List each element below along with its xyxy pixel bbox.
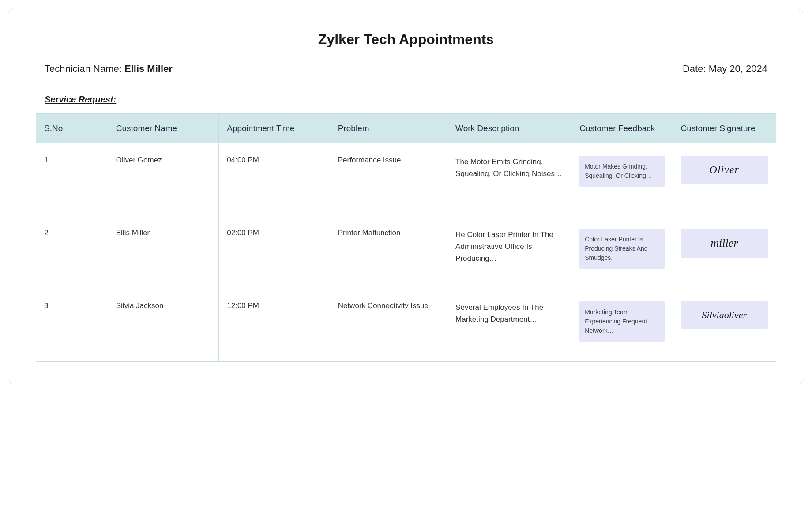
header-row: Technician Name: Ellis Miller Date: May … [36, 63, 776, 75]
table-header-row: S.No Customer Name Appointment Time Prob… [36, 114, 776, 143]
feedback-box: Color Laser Printer Is Producing Streaks… [579, 229, 664, 269]
table-row: 3 Silvia Jackson 12:00 PM Network Connec… [36, 289, 776, 362]
cell-work-description: The Motor Emits Grinding, Squealing, Or … [447, 143, 571, 216]
cell-customer-feedback: Motor Makes Grinding, Squealing, Or Clic… [571, 143, 673, 216]
technician-name: Ellis Miller [124, 63, 173, 74]
table-row: 1 Oliver Gomez 04:00 PM Performance Issu… [36, 143, 776, 216]
feedback-box: Marketing Team Experiencing Frequent Net… [579, 301, 664, 342]
signature-box: miller [681, 229, 768, 258]
page-title: Zylker Tech Appointments [36, 31, 776, 48]
column-header-customer-feedback: Customer Feedback [571, 114, 673, 143]
cell-customer-signature: miller [673, 216, 776, 289]
cell-appointment-time: 04:00 PM [219, 143, 330, 216]
technician-label: Technician Name: [45, 63, 124, 74]
feedback-box: Motor Makes Grinding, Squealing, Or Clic… [579, 156, 664, 187]
column-header-problem: Problem [330, 114, 447, 143]
cell-appointment-time: 02:00 PM [219, 216, 330, 289]
date-label: Date: [683, 63, 709, 74]
column-header-customer-signature: Customer Signature [673, 114, 776, 143]
service-request-table: S.No Customer Name Appointment Time Prob… [36, 113, 776, 362]
cell-customer-signature: Silviaoliver [673, 289, 776, 362]
cell-sno: 1 [36, 143, 108, 216]
column-header-work-description: Work Description [447, 114, 571, 143]
cell-sno: 3 [36, 289, 108, 362]
cell-work-description: Several Employees In The Marketing Depar… [447, 289, 571, 362]
cell-work-description: He Color Laser Printer In The Administra… [447, 216, 571, 289]
cell-problem: Network Connectivity Issue [330, 289, 447, 362]
signature-box: Oliver [681, 156, 768, 184]
section-heading: Service Request: [36, 94, 776, 105]
signature-text: Silviaoliver [702, 309, 747, 321]
column-header-customer-name: Customer Name [108, 114, 219, 143]
table-row: 2 Ellis Miller 02:00 PM Printer Malfunct… [36, 216, 776, 289]
cell-customer-feedback: Color Laser Printer Is Producing Streaks… [571, 216, 673, 289]
technician-info: Technician Name: Ellis Miller [45, 63, 173, 75]
column-header-sno: S.No [36, 114, 108, 143]
signature-box: Silviaoliver [681, 301, 768, 329]
cell-customer-name: Silvia Jackson [108, 289, 219, 362]
signature-text: miller [710, 237, 738, 250]
cell-sno: 2 [36, 216, 108, 289]
cell-problem: Printer Malfunction [330, 216, 447, 289]
document-container: Zylker Tech Appointments Technician Name… [9, 9, 803, 384]
cell-problem: Performance Issue [330, 143, 447, 216]
cell-appointment-time: 12:00 PM [219, 289, 330, 362]
signature-text: Oliver [710, 164, 739, 176]
cell-customer-name: Oliver Gomez [108, 143, 219, 216]
cell-customer-feedback: Marketing Team Experiencing Frequent Net… [571, 289, 673, 362]
cell-customer-name: Ellis Miller [108, 216, 219, 289]
date-value: May 20, 2024 [709, 63, 767, 74]
cell-customer-signature: Oliver [673, 143, 776, 216]
date-info: Date: May 20, 2024 [683, 63, 767, 75]
column-header-appointment-time: Appointment Time [219, 114, 330, 143]
